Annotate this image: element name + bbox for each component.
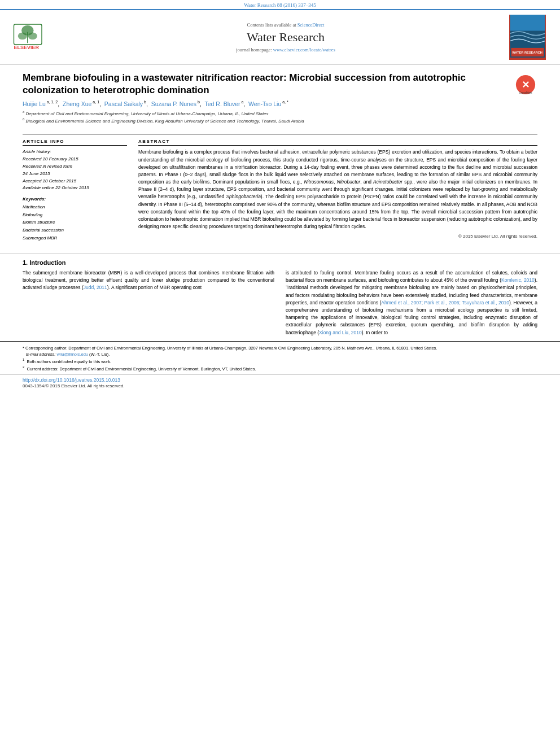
author-huijie-lu[interactable]: Huijie Lu: [23, 101, 46, 107]
footnote-2: 2 Current address: Department of Civil a…: [23, 365, 537, 372]
keyword-bacterial: Bacterial succession: [23, 226, 127, 234]
intro-right-text: is attributed to fouling control. Membra…: [286, 269, 537, 337]
keyword-nitrification: Nitrification: [23, 203, 127, 211]
svg-text:CrossMark: CrossMark: [519, 91, 533, 94]
keywords-section: Keywords: Nitrification Biofouling Biofi…: [23, 196, 127, 242]
svg-text:ELSEVIER: ELSEVIER: [14, 45, 40, 50]
svg-text:WATER RESEARCH: WATER RESEARCH: [512, 51, 542, 54]
footnote-1: 1 Both authors contributed equally to th…: [23, 357, 537, 365]
abstract-text: Membrane biofouling is a complex process…: [138, 148, 537, 230]
judd-2011-ref[interactable]: Judd, 2011: [84, 285, 107, 290]
journal-cover-image: WATER RESEARCH: [509, 15, 549, 60]
copyright-line: © 2015 Elsevier Ltd. All rights reserved…: [138, 234, 537, 239]
authors-line: Huijie Lu a, 1, 2, Zheng Xue a, 1, Pasca…: [23, 100, 509, 107]
komlenic-2010-ref[interactable]: Komlenic, 2010: [501, 277, 535, 283]
xiong-liu-ref[interactable]: Xiong and Liu, 2010: [319, 330, 362, 335]
svg-rect-7: [510, 15, 545, 31]
journal-header: ELSEVIER Contents lists available at Sci…: [0, 9, 560, 65]
affiliations: a Department of Civil and Environmental …: [23, 110, 509, 124]
available-date: Available online 22 October 2015: [23, 185, 127, 192]
intro-right-col: is attributed to fouling control. Membra…: [286, 269, 537, 337]
intro-left-col: The submerged membrane bioreactor (MBR) …: [23, 269, 274, 337]
article-info-header: ARTICLE INFO: [23, 139, 127, 146]
corresponding-author-footnote: * Corresponding author. Department of Ci…: [23, 345, 537, 351]
journal-reference: Water Research 88 (2016) 337–345: [244, 2, 316, 8]
keyword-mbr: Submerged MBR: [23, 234, 127, 242]
svg-text:✕: ✕: [522, 80, 530, 90]
doi-link[interactable]: http://dx.doi.org/10.1016/j.watres.2015.…: [23, 377, 537, 383]
abstract-col: ABSTRACT Membrane biofouling is a comple…: [138, 139, 537, 242]
author-pascal-saikaly[interactable]: Pascal Saikaly: [104, 101, 143, 107]
article-info-col: ARTICLE INFO Article history: Received 1…: [23, 139, 127, 242]
article-info-abstract: ARTICLE INFO Article history: Received 1…: [23, 139, 537, 242]
intro-section-title: 1. Introduction: [23, 259, 537, 266]
accepted-date: Accepted 10 October 2015: [23, 178, 127, 185]
issn-text: 0043-1354/© 2015 Elsevier Ltd. All right…: [23, 383, 537, 388]
header-center: Contents lists available at ScienceDirec…: [68, 22, 504, 53]
email-link[interactable]: wliu@illinois.edu: [56, 352, 88, 357]
history-label: Article history:: [23, 148, 127, 156]
received-revised-label: Received in revised form: [23, 163, 127, 171]
elsevier-logo: ELSEVIER: [11, 21, 62, 54]
intro-two-col: The submerged membrane bioreactor (MBR) …: [23, 269, 537, 337]
abstract-header: ABSTRACT: [138, 139, 537, 146]
homepage-text: journal homepage: www.elsevier.com/locat…: [68, 47, 504, 53]
contents-available-text: Contents lists available at ScienceDirec…: [68, 22, 504, 28]
keyword-biofilm: Biofilm structure: [23, 219, 127, 226]
footnotes-section: * Corresponding author. Department of Ci…: [0, 341, 560, 374]
article-body: Membrane biofouling in a wastewater nitr…: [0, 65, 560, 247]
author-zheng-xue[interactable]: Zheng Xue: [63, 101, 91, 107]
journal-title: Water Research: [68, 30, 504, 45]
introduction-section: 1. Introduction The submerged membrane b…: [0, 259, 560, 337]
received-date: Received 10 February 2015: [23, 156, 127, 163]
sciencedirect-link[interactable]: ScienceDirect: [298, 22, 325, 28]
crossmark-badge[interactable]: ✕ CrossMark: [515, 74, 537, 97]
journal-ref-bar: Water Research 88 (2016) 337–345: [0, 0, 560, 9]
keyword-biofouling: Biofouling: [23, 211, 127, 219]
author-suzana-nunes[interactable]: Suzana P. Nunes: [151, 101, 196, 107]
author-wentso-liu[interactable]: Wen-Tso Liu: [248, 101, 281, 107]
article-title-section: Membrane biofouling in a wastewater nitr…: [23, 72, 537, 134]
received-revised-date: 24 June 2015: [23, 171, 127, 178]
email-footnote: E-mail address: wliu@illinois.edu (W.-T.…: [23, 351, 537, 357]
article-info-content: Article history: Received 10 February 20…: [23, 148, 127, 192]
homepage-link[interactable]: www.elsevier.com/locate/watres: [273, 47, 335, 53]
intro-left-text: The submerged membrane bioreactor (MBR) …: [23, 269, 274, 292]
keywords-header: Keywords:: [23, 196, 127, 202]
keywords-list: Nitrification Biofouling Biofilm structu…: [23, 203, 127, 242]
article-title: Membrane biofouling in a wastewater nitr…: [23, 72, 509, 97]
ahmed-ref[interactable]: Ahmed et al., 2007; Park et al., 2006; T…: [381, 300, 509, 305]
author-ted-bluver[interactable]: Ted R. Bluver: [204, 101, 240, 107]
svg-point-3: [18, 32, 27, 40]
bottom-bar: http://dx.doi.org/10.1016/j.watres.2015.…: [0, 374, 560, 391]
svg-point-4: [28, 32, 37, 40]
article-title-text: Membrane biofouling in a wastewater nitr…: [23, 72, 509, 129]
